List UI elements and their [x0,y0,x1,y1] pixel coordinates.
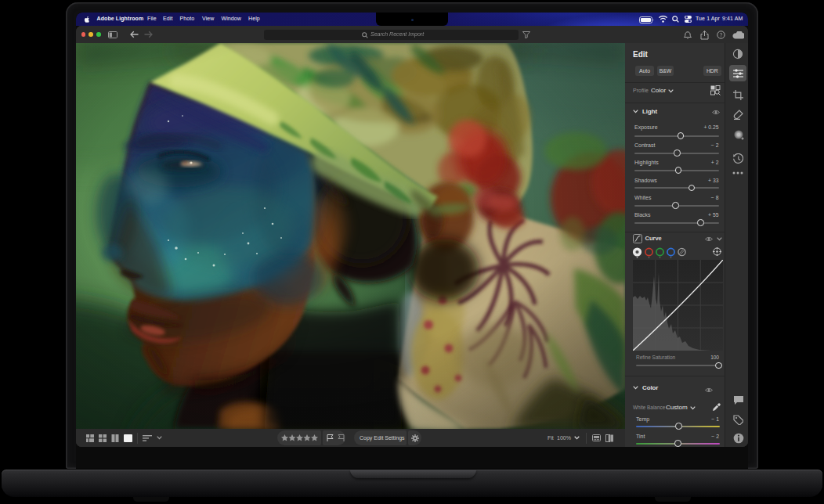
svg-text:?: ? [720,32,723,38]
